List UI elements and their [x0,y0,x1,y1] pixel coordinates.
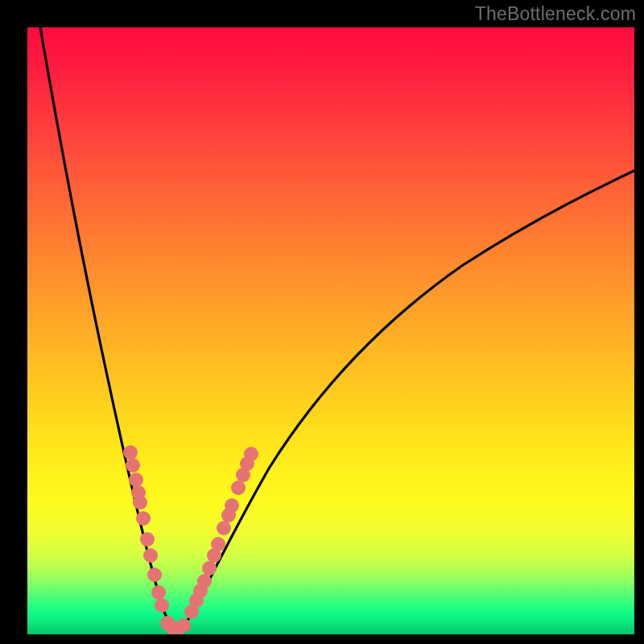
bottleneck-curve-svg [27,27,634,634]
marker-dot [225,498,239,513]
marker-dot [151,585,166,600]
marker-dot [244,447,258,461]
marker-dot [143,548,158,563]
marker-dot [126,458,140,473]
marker-dot [147,568,162,582]
marker-dot [133,495,147,510]
marker-dot [140,532,155,547]
marker-dot [176,618,191,633]
plot-area [27,27,634,634]
marker-dot [231,481,246,495]
marker-dot [211,537,225,551]
watermark-text: TheBottleneck.com [475,3,636,25]
marker-dot [129,473,143,487]
markers-right [184,447,258,619]
marker-dot [217,521,231,535]
marker-dot [197,574,212,588]
marker-dot [123,445,138,460]
marker-dot [136,511,151,526]
curve-path [40,27,634,630]
markers-valley [160,616,191,634]
marker-dot [202,561,217,576]
marker-dot [155,598,169,613]
markers-left [123,445,169,613]
chart-stage: TheBottleneck.com [0,0,644,644]
